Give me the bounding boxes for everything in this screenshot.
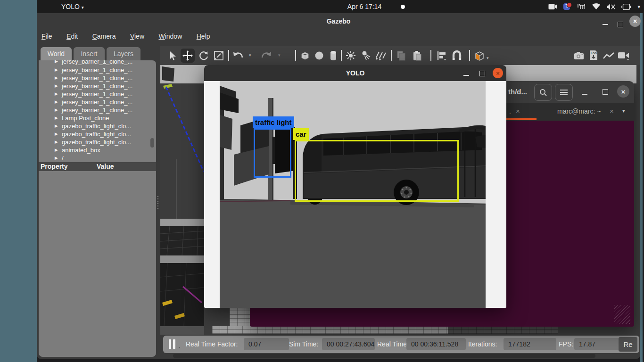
tree-item[interactable]: ▶jersey_barrier_1_clone_...	[39, 98, 156, 106]
desktop-wallpaper-edge	[640, 13, 643, 362]
align-icon[interactable]	[436, 49, 448, 62]
gazebo-menu-bar: File Edit Camera View Window Help	[41, 32, 223, 41]
pause-button[interactable]	[169, 339, 175, 349]
rtf-value: 0.07	[244, 338, 289, 350]
reset-button[interactable]: Re	[619, 337, 637, 352]
point-light-icon[interactable]	[345, 49, 357, 62]
gazebo-toolbar: ▾ ▾	[160, 46, 640, 65]
tree-item[interactable]: ▶Lamp Post_clone	[39, 114, 156, 122]
tree-scrollbar[interactable]	[150, 138, 154, 148]
tree-item[interactable]: ▶jersey_barrier_1_clone_...	[39, 66, 156, 74]
menu-view[interactable]: View	[130, 33, 144, 40]
screen-recording-dot-icon	[401, 5, 405, 9]
rotate-tool-icon[interactable]	[198, 49, 210, 62]
yolo-close-button[interactable]: ×	[493, 68, 503, 78]
insert-box-icon[interactable]	[299, 49, 311, 62]
terminal-close-button[interactable]: ×	[617, 85, 629, 98]
menu-camera[interactable]: Camera	[92, 33, 116, 40]
toolbar-separator	[341, 50, 342, 61]
redo-icon[interactable]	[260, 49, 272, 62]
real-time-label: Real Time:	[377, 340, 409, 348]
terminal-tab-active[interactable]: marc@marc: ~	[557, 107, 601, 115]
tab-insert[interactable]: Insert	[74, 47, 105, 60]
splitter-handle[interactable]	[157, 196, 158, 209]
insert-sphere-icon[interactable]	[313, 49, 325, 62]
detection-box-traffic-light	[254, 128, 291, 178]
gazebo-title-bar[interactable]: Gazebo	[37, 13, 640, 29]
tree-item[interactable]: ▶jersey_barrier_1_clone_...	[39, 74, 156, 82]
app-indicator-menu[interactable]: YOLO ▾	[61, 2, 84, 12]
spot-light-icon[interactable]	[360, 49, 372, 62]
tab-layers[interactable]: Layers	[107, 47, 140, 60]
detection-box-car	[295, 140, 459, 202]
translate-tool-icon[interactable]	[181, 49, 195, 63]
terminal-search-button[interactable]	[534, 84, 552, 101]
clock[interactable]: Apr 6 17:14	[331, 2, 397, 11]
gazebo-restore-button[interactable]	[618, 22, 623, 27]
paste-icon[interactable]	[411, 49, 423, 62]
search-icon	[539, 89, 547, 96]
app-indicator-label: YOLO	[61, 3, 80, 10]
playback-scrollbar[interactable]	[173, 354, 595, 358]
change-view-cube-icon[interactable]	[473, 49, 486, 62]
scene-left-strip	[160, 65, 204, 335]
sim-time-value: 00 00:27:43.604	[322, 338, 375, 350]
menu-window[interactable]: Window	[158, 33, 182, 40]
world-panel: ▶jersey_barrier_1_clone_... ▶jersey_barr…	[39, 60, 156, 357]
menu-file[interactable]: File	[41, 33, 52, 40]
select-tool-icon[interactable]	[167, 49, 179, 62]
desktop: YOLO ▾ Apr 6 17:14 T ▾ Gazebo × File Edi…	[0, 0, 644, 362]
toolbar-separator	[295, 50, 296, 61]
tab-close-icon[interactable]: ×	[610, 107, 614, 115]
tree-item[interactable]: ▶jersey_barrier_1_clone_...	[39, 106, 156, 114]
undo-icon[interactable]	[232, 49, 244, 62]
log-record-icon[interactable]: LOG	[587, 49, 600, 62]
chat-notification-icon: T	[563, 2, 572, 11]
tab-world[interactable]: World	[41, 47, 72, 60]
tree-item[interactable]: ▶jersey_barrier_1_clone_...	[39, 60, 156, 66]
rtf-label: Real Time Factor:	[186, 340, 238, 348]
plot-icon[interactable]	[603, 49, 615, 62]
video-record-icon[interactable]	[618, 49, 630, 62]
tree-item[interactable]: ▶/	[39, 154, 156, 162]
tree-item[interactable]: ▶jersey_barrier_1_clone_...	[39, 90, 156, 98]
yolo-maximize-button[interactable]	[479, 71, 485, 76]
tree-item[interactable]: ▶gazebo_traffic_light_clo...	[39, 130, 156, 138]
desktop-wallpaper	[0, 0, 37, 362]
yolo-title-bar[interactable]: YOLO ×	[204, 65, 506, 81]
gazebo-close-button[interactable]: ×	[629, 16, 641, 27]
redo-history-caret-icon[interactable]: ▾	[278, 53, 281, 58]
tree-item[interactable]: ▶gazebo_traffic_light_clo...	[39, 138, 156, 146]
tab-close-icon[interactable]: ×	[516, 107, 520, 115]
tree-item[interactable]: ▶animated_box	[39, 146, 156, 154]
resize-grip[interactable]	[614, 305, 630, 324]
terminal-tab-partial[interactable]: .	[509, 107, 511, 115]
camera-icon	[548, 3, 558, 10]
gazebo-minimize-button[interactable]	[603, 24, 608, 25]
tree-item[interactable]: ▶gazebo_traffic_light_clo...	[39, 122, 156, 130]
toolbar-separator	[228, 50, 229, 61]
snap-magnet-icon[interactable]	[451, 49, 463, 62]
real-time-value: 00 00:36:11.528	[406, 338, 466, 350]
menu-help[interactable]: Help	[197, 33, 210, 40]
menu-edit[interactable]: Edit	[66, 33, 78, 40]
scene-tree: ▶jersey_barrier_1_clone_... ▶jersey_barr…	[39, 60, 156, 162]
view-caret-icon[interactable]: ▾	[487, 56, 489, 60]
insert-cylinder-icon[interactable]	[327, 49, 339, 62]
terminal-minimize-button[interactable]	[582, 94, 587, 95]
copy-icon[interactable]	[395, 49, 407, 62]
close-icon: ×	[496, 70, 500, 77]
terminal-menu-button[interactable]	[555, 84, 573, 101]
terminal-restore-button[interactable]	[603, 89, 608, 95]
tree-item[interactable]: ▶jersey_barrier_1_clone_...	[39, 82, 156, 90]
directional-light-icon[interactable]	[375, 49, 387, 62]
screenshot-camera-icon[interactable]	[573, 49, 586, 62]
fps-label: FPS:	[559, 340, 573, 348]
system-tray[interactable]: T ▾	[548, 0, 640, 13]
yolo-minimize-button[interactable]	[463, 75, 469, 76]
scale-tool-icon[interactable]	[213, 49, 225, 62]
sim-time-label: Sim Time:	[289, 340, 318, 348]
tab-list-caret-icon[interactable]: ▾	[622, 108, 625, 114]
undo-history-caret-icon[interactable]: ▾	[249, 53, 251, 58]
detection-label-traffic-light: traffic light	[253, 116, 294, 128]
